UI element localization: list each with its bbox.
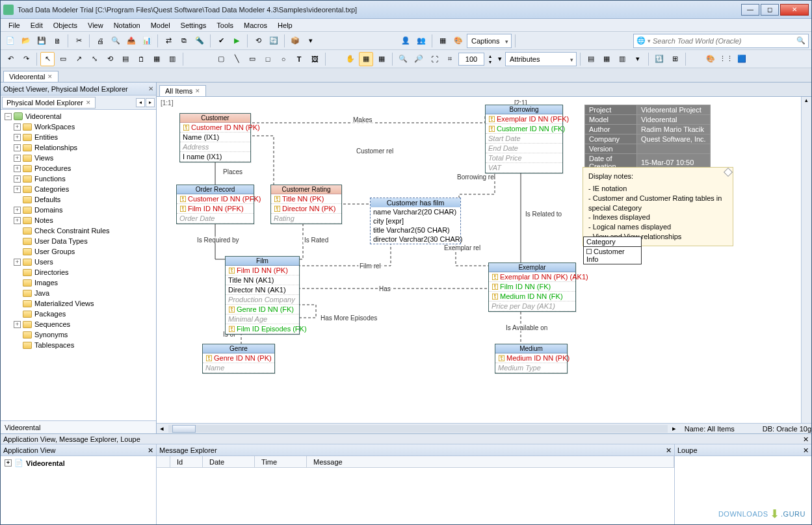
pointer-icon[interactable]: ↖ (40, 52, 55, 66)
search-icon[interactable]: 🔍 (796, 36, 805, 45)
nav-next-icon[interactable]: ▸ (146, 98, 155, 107)
layout-icon[interactable]: ▦ (599, 52, 614, 66)
col-id[interactable]: Id (170, 456, 203, 467)
tree-item[interactable]: Packages (1, 309, 156, 319)
app-tree-item[interactable]: + 📄 Videorental (5, 459, 152, 467)
export-icon[interactable]: 📤 (124, 34, 138, 48)
box-tool-icon[interactable]: ▢ (214, 52, 228, 66)
nav-prev-icon[interactable]: ◂ (136, 98, 145, 107)
tree-item[interactable]: Tablespaces (1, 340, 156, 350)
menu-tools[interactable]: Tools (211, 20, 239, 31)
tree-item[interactable]: +Notes (1, 215, 156, 225)
tree-item[interactable]: User Groups (1, 246, 156, 257)
save-icon[interactable]: 💾 (34, 34, 49, 48)
close-icon[interactable]: ✕ (666, 444, 672, 455)
tree-item[interactable]: +WorkSpaces (1, 122, 156, 132)
tab-all-items[interactable]: All Items ✕ (159, 85, 206, 96)
cut-icon[interactable]: ✂ (72, 34, 86, 48)
zoom-box-icon[interactable]: ⌗ (443, 52, 457, 66)
expand-icon[interactable]: + (14, 123, 21, 131)
collapse-icon[interactable]: − (5, 113, 12, 120)
expand-icon[interactable]: + (14, 175, 21, 183)
col-time[interactable]: Time (255, 456, 307, 467)
close-icon[interactable]: ✕ (148, 444, 153, 455)
expand-icon[interactable]: + (14, 217, 21, 224)
entity-customer-rating[interactable]: Customer Rating ⚿Title NN (PK)⚿Director … (270, 185, 342, 224)
grid-toggle-icon[interactable]: ⋮⋮ (719, 52, 733, 66)
tree-item[interactable]: Materialized Views (1, 298, 156, 309)
model-tree[interactable]: − Videorental +WorkSpaces+Entities+Relat… (1, 110, 156, 420)
line-tool-icon[interactable]: ╲ (229, 52, 244, 66)
save-as-icon[interactable]: 🗎 (50, 34, 64, 48)
entity-customer[interactable]: Customer ⚿Customer ID NN (PK)Name (IX1)A… (179, 113, 251, 162)
close-icon[interactable]: ✕ (803, 434, 809, 444)
stamp-tool-icon[interactable]: ▥ (165, 52, 179, 66)
zoom-in-icon[interactable]: 🔍 (396, 52, 410, 66)
user-icon[interactable]: 👤 (399, 34, 413, 48)
text-tool-icon[interactable]: T (292, 52, 306, 66)
search-input[interactable] (653, 37, 796, 45)
menu-settings[interactable]: Settings (176, 20, 212, 31)
undo-icon[interactable]: ↶ (3, 52, 18, 66)
image-tool-icon[interactable]: 🖼 (308, 52, 322, 66)
open-icon[interactable]: 📂 (19, 34, 33, 48)
tree-item[interactable]: +Functions (1, 173, 156, 184)
expand-icon[interactable]: + (14, 165, 21, 172)
expand-icon[interactable]: + (14, 134, 21, 141)
tab-videorental[interactable]: Videorental ✕ (3, 71, 59, 82)
tree-item[interactable]: +Domains (1, 205, 156, 215)
expand-icon[interactable]: + (14, 207, 21, 214)
expand-icon[interactable]: + (14, 186, 21, 193)
tree-item[interactable]: +Views (1, 153, 156, 163)
menu-notation[interactable]: Notation (109, 20, 146, 31)
close-icon[interactable]: ✕ (86, 99, 91, 106)
menu-edit[interactable]: Edit (25, 20, 48, 31)
find-icon[interactable]: 🔦 (192, 34, 207, 48)
tree-item[interactable]: +Users (1, 257, 156, 267)
note-tool-icon[interactable]: 🗒 (134, 52, 148, 66)
rounded-tool-icon[interactable]: ▭ (245, 52, 259, 66)
menu-macros[interactable]: Macros (239, 20, 272, 31)
close-icon[interactable]: ✕ (195, 88, 200, 94)
sync-icon[interactable]: 🔄 (267, 34, 281, 48)
application-tree[interactable]: + 📄 Videorental (1, 456, 156, 470)
refresh-icon[interactable]: 🔃 (652, 52, 666, 66)
maximize-button[interactable]: ◻ (761, 4, 779, 16)
tree-item[interactable]: +Entities (1, 132, 156, 142)
arrange-dropdown-icon[interactable]: ▾ (631, 52, 645, 66)
circle-tool-icon[interactable]: ○ (276, 52, 291, 66)
diagram-canvas[interactable]: [1:1] [2:1] .dash{stroke:#333;stroke-wid… (157, 97, 811, 423)
expand-icon[interactable]: + (14, 144, 21, 151)
pan-icon[interactable]: ✋ (343, 52, 358, 66)
close-button[interactable]: ✕ (780, 4, 809, 16)
scroll-left-icon[interactable]: ◂ (157, 424, 167, 433)
horizontal-scrollbar[interactable]: ◂ ▸ Name: All Items DB: Oracle 10g (157, 423, 811, 433)
verify-icon[interactable]: ✔ (214, 34, 228, 48)
menu-view[interactable]: View (83, 20, 109, 31)
merge-icon[interactable]: ⧉ (177, 34, 191, 48)
scroll-thumb[interactable] (172, 425, 196, 433)
entity-exemplar[interactable]: Exemplar ⚿Exemplar ID NN (PK) (AK1)⚿Film… (488, 262, 576, 312)
tree-item[interactable]: +Relationships (1, 142, 156, 153)
arrange-icon[interactable]: ▥ (615, 52, 629, 66)
zoom-dropdown-icon[interactable]: ▾ (496, 52, 504, 66)
color-icon[interactable]: 🎨 (703, 52, 718, 66)
tab-physical-model-explorer[interactable]: Physical Model Explorer ✕ (2, 97, 96, 109)
col-date[interactable]: Date (203, 456, 255, 467)
tree-item[interactable]: Directories (1, 267, 156, 277)
menu-model[interactable]: Model (146, 20, 176, 31)
tree-item[interactable]: +Sequences (1, 319, 156, 329)
vertical-scrollbar[interactable]: ▴ (801, 97, 811, 423)
users-icon[interactable]: 👥 (414, 34, 428, 48)
captions-dropdown[interactable]: Captions (467, 34, 512, 48)
report-icon[interactable]: 📊 (140, 34, 154, 48)
grid-icon[interactable]: ▦ (359, 52, 373, 66)
entity-order-record[interactable]: Order Record ⚿Customer ID NN (PFK)⚿Film … (176, 185, 254, 224)
tree-item[interactable]: Images (1, 277, 156, 288)
entity-film[interactable]: Film ⚿Film ID NN (PK)Title NN (AK1)Direc… (225, 256, 300, 335)
tree-item[interactable]: +Categories (1, 184, 156, 194)
scroll-right-icon[interactable]: ▸ (669, 424, 679, 433)
expand-icon[interactable]: + (14, 259, 21, 266)
print-preview-icon[interactable]: 🔍 (109, 34, 123, 48)
tree-item[interactable]: Check Constraint Rules (1, 225, 156, 236)
